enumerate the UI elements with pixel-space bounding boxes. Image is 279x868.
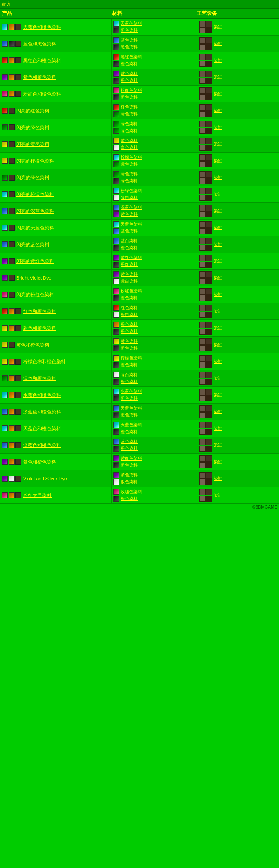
- equipment-name[interactable]: 染缸: [214, 208, 222, 214]
- equipment-name[interactable]: 染缸: [214, 108, 222, 114]
- equipment-name[interactable]: 染缸: [214, 492, 222, 498]
- material-name[interactable]: 橙色染料: [121, 446, 138, 452]
- material-name[interactable]: 天蓝色染料: [121, 21, 142, 27]
- product-name[interactable]: 黑红色和橙色染料: [23, 57, 61, 63]
- equipment-name[interactable]: 染缸: [214, 124, 222, 130]
- product-name[interactable]: Bright Violet Dye: [16, 275, 52, 281]
- product-name[interactable]: Violet and Silver Dye: [23, 476, 67, 482]
- material-name[interactable]: 红色染料: [121, 104, 138, 110]
- equipment-name[interactable]: 染缸: [214, 409, 222, 415]
- material-name[interactable]: 蓝白染料: [121, 238, 138, 244]
- material-name[interactable]: 红色染料: [121, 305, 138, 311]
- product-name[interactable]: 闪亮的绿色染料: [16, 175, 49, 181]
- material-name[interactable]: 绿色染料: [121, 121, 138, 127]
- equipment-name[interactable]: 染缸: [214, 24, 222, 30]
- material-name[interactable]: 紫色染料: [121, 71, 138, 77]
- material-name[interactable]: 银色染料: [121, 479, 138, 485]
- product-name[interactable]: 闪亮的天蓝色染料: [16, 225, 54, 231]
- equipment-name[interactable]: 染缸: [214, 392, 222, 398]
- material-name[interactable]: 橙白染料: [121, 312, 138, 318]
- material-name[interactable]: 蓝色染料: [121, 37, 138, 43]
- product-name[interactable]: 粉红色和橙色染料: [23, 91, 61, 97]
- equipment-name[interactable]: 染缸: [214, 225, 222, 231]
- product-name[interactable]: 红色和橙色染料: [23, 308, 56, 314]
- material-name[interactable]: 橙色染料: [121, 61, 138, 67]
- equipment-name[interactable]: 染缸: [214, 158, 222, 164]
- equipment-name[interactable]: 染缸: [214, 41, 222, 47]
- material-name[interactable]: 黑红色染料: [121, 54, 142, 60]
- material-name[interactable]: 松绿色染料: [121, 188, 142, 194]
- material-name[interactable]: 天蓝色染料: [121, 422, 142, 428]
- material-name[interactable]: 黄色染料: [121, 338, 138, 344]
- equipment-name[interactable]: 染缸: [214, 442, 222, 448]
- equipment-name[interactable]: 染缸: [214, 275, 222, 281]
- equipment-name[interactable]: 染缸: [214, 425, 222, 431]
- material-name[interactable]: 蓝色染料: [121, 439, 138, 445]
- product-name[interactable]: 彩色和橙色染料: [23, 325, 56, 331]
- material-name[interactable]: 粉红色染料: [121, 87, 142, 93]
- material-name[interactable]: 橙色染料: [121, 245, 138, 251]
- material-name[interactable]: 橙色染料: [121, 395, 138, 401]
- material-name[interactable]: 绿色染料: [121, 178, 138, 184]
- material-name[interactable]: 玫瑰色染料: [121, 489, 142, 495]
- material-name[interactable]: 橙色染料: [121, 78, 138, 84]
- material-name[interactable]: 绿色染料: [121, 128, 138, 134]
- product-name[interactable]: 粉红大号染料: [23, 492, 52, 498]
- equipment-name[interactable]: 染缸: [214, 175, 222, 181]
- material-name[interactable]: 水蓝色染料: [121, 389, 142, 395]
- material-name[interactable]: 绿色染料: [121, 111, 138, 117]
- product-name[interactable]: 蓝色和黑色染料: [23, 41, 56, 47]
- material-name[interactable]: 橙色染料: [121, 362, 138, 368]
- equipment-name[interactable]: 染缸: [214, 57, 222, 63]
- product-name[interactable]: 闪亮的松绿色染料: [16, 191, 54, 197]
- material-name[interactable]: 橙红染料: [121, 262, 138, 268]
- material-name[interactable]: 橙色染料: [121, 322, 138, 328]
- product-name[interactable]: 水蓝色和橙色染料: [23, 392, 61, 398]
- equipment-name[interactable]: 染缸: [214, 241, 222, 247]
- material-name[interactable]: 紫色染料: [121, 472, 138, 478]
- product-name[interactable]: 绿色和橙色染料: [23, 375, 56, 381]
- material-name[interactable]: 橙色染料: [121, 412, 138, 418]
- material-name[interactable]: 深蓝色染料: [121, 205, 142, 211]
- material-name[interactable]: 紫色染料: [121, 211, 138, 217]
- material-name[interactable]: 绿白染料: [121, 372, 138, 378]
- product-name[interactable]: 紫色和橙色染料: [23, 74, 56, 80]
- product-name[interactable]: 闪亮的蓝色染料: [16, 241, 49, 247]
- material-name[interactable]: 蓝色染料: [121, 228, 138, 234]
- product-name[interactable]: 闪亮的黄色染料: [16, 141, 49, 147]
- material-name[interactable]: 天蓝色染料: [121, 221, 142, 227]
- product-name[interactable]: 闪亮的紫红色染料: [16, 258, 54, 264]
- material-name[interactable]: 橙色染料: [121, 496, 138, 502]
- material-name[interactable]: 绿色染料: [121, 171, 138, 177]
- product-name[interactable]: 天蓝色和橙色染料: [23, 425, 61, 431]
- product-name[interactable]: 柠檬色布和橙色染料: [23, 359, 66, 365]
- product-name[interactable]: 闪亮的柠檬色染料: [16, 158, 54, 164]
- material-name[interactable]: 橙色染料: [121, 462, 138, 468]
- equipment-name[interactable]: 染缸: [214, 325, 222, 331]
- equipment-name[interactable]: 染缸: [214, 74, 222, 80]
- equipment-name[interactable]: 染缸: [214, 359, 222, 365]
- material-name[interactable]: 橙色染料: [121, 429, 138, 435]
- product-name[interactable]: 淡蓝色和橙色染料: [23, 442, 61, 448]
- material-name[interactable]: 绿白染料: [121, 278, 138, 284]
- equipment-name[interactable]: 染缸: [214, 459, 222, 465]
- equipment-name[interactable]: 染缸: [214, 292, 222, 298]
- equipment-name[interactable]: 染缸: [214, 476, 222, 482]
- equipment-name[interactable]: 染缸: [214, 342, 222, 348]
- material-name[interactable]: 橙色染料: [121, 345, 138, 351]
- equipment-name[interactable]: 染缸: [214, 308, 222, 314]
- material-name[interactable]: 橙色染料: [121, 295, 138, 301]
- product-name[interactable]: 紫色和橙色染料: [23, 459, 56, 465]
- material-name[interactable]: 橙色染料: [121, 27, 138, 33]
- equipment-name[interactable]: 染缸: [214, 91, 222, 97]
- product-name[interactable]: 闪亮的红色染料: [16, 108, 49, 114]
- material-name[interactable]: 黄色染料: [121, 138, 138, 144]
- equipment-name[interactable]: 染缸: [214, 258, 222, 264]
- equipment-name[interactable]: 染缸: [214, 191, 222, 197]
- material-name[interactable]: 绿白染料: [121, 195, 138, 201]
- material-name[interactable]: 黑色染料: [121, 44, 138, 50]
- equipment-name[interactable]: 染缸: [214, 141, 222, 147]
- material-name[interactable]: 白色染料: [121, 145, 138, 151]
- product-name[interactable]: 闪亮的绿色染料: [16, 124, 49, 130]
- material-name[interactable]: 粉红色染料: [121, 288, 142, 294]
